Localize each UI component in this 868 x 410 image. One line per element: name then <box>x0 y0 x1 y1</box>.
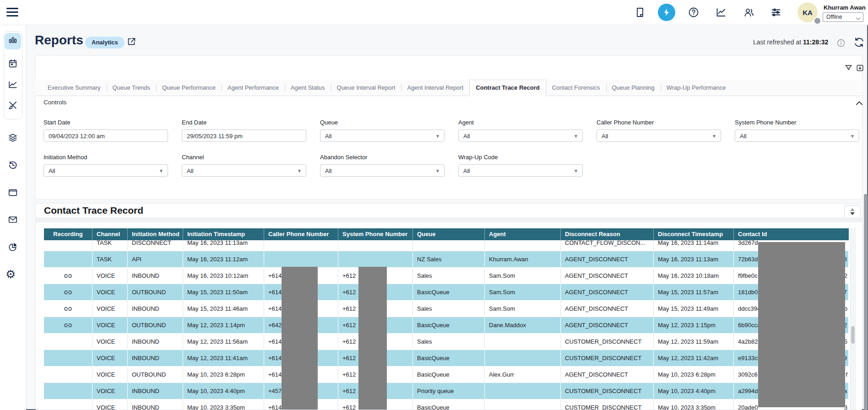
filter-queue: QueueAll▼ <box>320 119 445 142</box>
cell-recording <box>44 317 92 333</box>
column-header-recording[interactable]: Recording <box>44 228 92 240</box>
cell-queue: BasicQueue <box>413 284 485 300</box>
column-header-channel[interactable]: Channel <box>92 228 128 240</box>
last-refreshed-label: Last refreshed at <box>753 38 801 46</box>
table-row[interactable]: VOICEINBOUNDMay 10, 2023 4:40pm+457+612P… <box>44 383 849 399</box>
cell-recording <box>44 240 92 251</box>
layers-icon[interactable] <box>8 133 18 143</box>
cell-agent <box>485 240 561 251</box>
row-spinner[interactable] <box>844 205 861 218</box>
page-scrollbar[interactable] <box>864 194 868 410</box>
tab-agent-interval-report[interactable]: Agent Interval Report <box>401 80 469 96</box>
info-icon[interactable] <box>837 39 845 47</box>
brush-icon[interactable] <box>8 100 18 110</box>
tab-contact-forensics[interactable]: Contact Forensics <box>546 80 606 96</box>
table-header-row: RecordingChannelInitiation MethodInitiat… <box>44 228 849 240</box>
cell-disconnect-timestamp: May 12, 2023 11:59am <box>654 334 734 350</box>
column-header-caller-phone-number[interactable]: Caller Phone Number <box>264 228 338 240</box>
redaction-box-system <box>358 267 387 410</box>
table-row[interactable]: TASKAPIMay 16, 2023 11:12amNZ SalesKhurr… <box>44 251 849 268</box>
table-row[interactable]: TASKDISCONNECTMay 16, 2023 11:13amCONTAC… <box>44 240 849 251</box>
filter-select-system-phone-number[interactable]: All▼ <box>735 129 859 142</box>
tab-queue-planning[interactable]: Queue Planning <box>606 80 661 96</box>
sliders-icon[interactable] <box>770 7 781 18</box>
cell-queue: BasicQueue <box>413 367 485 383</box>
refresh-icon[interactable] <box>853 37 865 48</box>
filter-wrap-up-code: Wrap-Up CodeAll▼ <box>458 154 583 177</box>
table-scrollbar-thumb[interactable] <box>851 326 855 344</box>
table-row[interactable]: VOICEINBOUNDMay 12, 2023 11:41am+614+612… <box>44 350 849 367</box>
download-icon[interactable] <box>856 64 864 72</box>
table-row[interactable]: VOICEOUTBOUNDMay 10, 2023 6:28pm+614+612… <box>44 367 849 383</box>
filter-select-abandon-selector[interactable]: All▼ <box>320 164 445 177</box>
menu-icon[interactable] <box>6 8 18 17</box>
column-header-agent[interactable]: Agent <box>485 228 561 240</box>
table-row[interactable]: VOICEINBOUNDMay 16, 2023 10:12am+614+612… <box>44 268 849 284</box>
status-select[interactable]: Offline <box>823 12 863 22</box>
filter-label: End Date <box>182 119 306 126</box>
cell-channel: VOICE <box>92 334 128 350</box>
cell-initiation-timestamp: May 10, 2023 3:35pm <box>183 399 264 410</box>
mail-icon[interactable] <box>8 215 18 225</box>
users-icon[interactable] <box>743 7 754 18</box>
tab-wrap-up-performance[interactable]: Wrap-Up Performance <box>661 80 732 96</box>
calendar-icon[interactable] <box>8 59 18 69</box>
recording-link-icon[interactable] <box>64 273 72 279</box>
window-icon[interactable] <box>8 188 18 198</box>
cell-agent: Sam.Som <box>485 268 561 284</box>
filter-select-caller-phone-number[interactable]: All▼ <box>597 129 721 142</box>
chevron-down-icon: ▼ <box>159 165 163 177</box>
filter-input-end-date[interactable]: 29/05/2023 11:59 pm <box>182 129 306 142</box>
notes-icon[interactable] <box>635 7 646 18</box>
column-header-queue[interactable]: Queue <box>413 228 485 240</box>
recording-link-icon[interactable] <box>64 322 72 329</box>
column-header-disconnect-reason[interactable]: Disconnect Reason <box>561 228 654 240</box>
cell-queue: Sales <box>413 268 485 284</box>
spinner-down-icon[interactable] <box>850 212 855 215</box>
metrics-icon[interactable] <box>716 7 727 18</box>
table-scrollbar-track[interactable] <box>850 228 856 410</box>
cell-channel: VOICE <box>92 317 128 333</box>
external-link-icon[interactable] <box>126 37 136 47</box>
recording-link-icon[interactable] <box>64 306 72 312</box>
table-row[interactable]: VOICEOUTBOUNDMay 15, 2023 11:50am+614+61… <box>44 284 849 301</box>
cell-disconnect-reason: AGENT_DISCONNECT <box>561 301 654 317</box>
chevron-up-icon[interactable] <box>855 100 863 106</box>
gear-icon[interactable]: ⚙ <box>5 269 16 280</box>
column-header-disconnect-timestamp[interactable]: Disconnect Timestamp <box>654 228 734 240</box>
filter-select-queue[interactable]: All▼ <box>320 129 445 142</box>
filter-select-initiation-method[interactable]: All▼ <box>43 164 168 177</box>
column-header-system-phone-number[interactable]: System Phone Number <box>338 228 413 240</box>
table-row[interactable]: VOICEINBOUNDMay 12, 2023 11:56am+614+612… <box>44 334 849 350</box>
column-header-initiation-timestamp[interactable]: Initiation Timestamp <box>183 228 264 240</box>
tab-agent-status[interactable]: Agent Status <box>285 80 331 96</box>
tab-executive-summary[interactable]: Executive Summary <box>42 80 107 96</box>
filter-row-2: Initiation MethodAll▼ChannelAll▼Abandon … <box>43 154 583 177</box>
filter-select-wrap-up-code[interactable]: All▼ <box>458 164 583 177</box>
table-row[interactable]: VOICEINBOUNDMay 10, 2023 3:35pm+614+612B… <box>44 399 849 410</box>
history-icon[interactable] <box>8 160 18 170</box>
tab-queue-interval-report[interactable]: Queue Interval Report <box>331 80 401 96</box>
pie-chart-icon[interactable] <box>8 242 18 252</box>
tab-contract-trace-record[interactable]: Contract Trace Record <box>469 80 546 96</box>
tab-agent-performance[interactable]: Agent Performance <box>222 80 285 96</box>
recording-link-icon[interactable] <box>64 289 72 296</box>
help-icon[interactable] <box>688 7 699 18</box>
table-row[interactable]: VOICEOUTBOUNDMay 12, 2023 1:14pm+642+612… <box>44 317 849 334</box>
spinner-up-icon[interactable] <box>850 208 855 211</box>
cell-disconnect-reason: CUSTOMER_DISCONNECT <box>561 334 654 350</box>
column-header-initiation-method[interactable]: Initiation Method <box>128 228 183 240</box>
filter-icon[interactable] <box>844 64 853 72</box>
bar-chart-icon[interactable] <box>8 35 18 45</box>
tab-queue-performance[interactable]: Queue Performance <box>156 80 222 96</box>
table-row[interactable]: VOICEINBOUNDMay 15, 2023 11:46am+614+612… <box>44 301 849 317</box>
filter-input-start-date[interactable]: 09/04/2023 12:00 am <box>43 129 168 142</box>
tab-queue-trends[interactable]: Queue Trends <box>107 80 156 96</box>
line-chart-icon[interactable] <box>8 80 18 90</box>
filter-channel: ChannelAll▼ <box>182 154 306 177</box>
flash-icon[interactable] <box>658 4 675 21</box>
column-header-contact-id[interactable]: Contact Id <box>734 228 849 240</box>
filter-select-agent[interactable]: All▼ <box>458 129 583 142</box>
filter-label: System Phone Number <box>735 119 859 126</box>
filter-select-channel[interactable]: All▼ <box>182 164 306 177</box>
